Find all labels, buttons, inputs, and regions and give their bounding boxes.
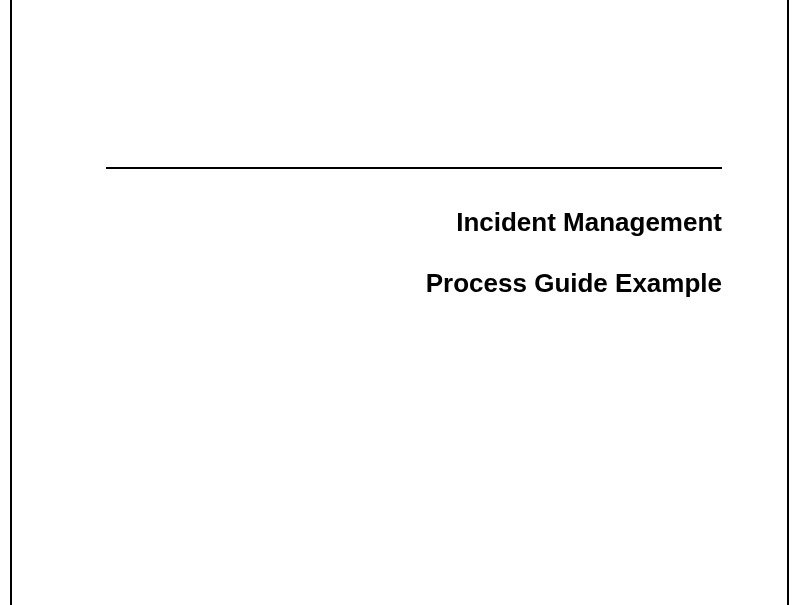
horizontal-divider xyxy=(106,167,722,169)
document-title-line-2: Process Guide Example xyxy=(106,268,722,299)
document-title-line-1: Incident Management xyxy=(106,207,722,238)
document-page: Incident Management Process Guide Exampl… xyxy=(10,0,789,605)
